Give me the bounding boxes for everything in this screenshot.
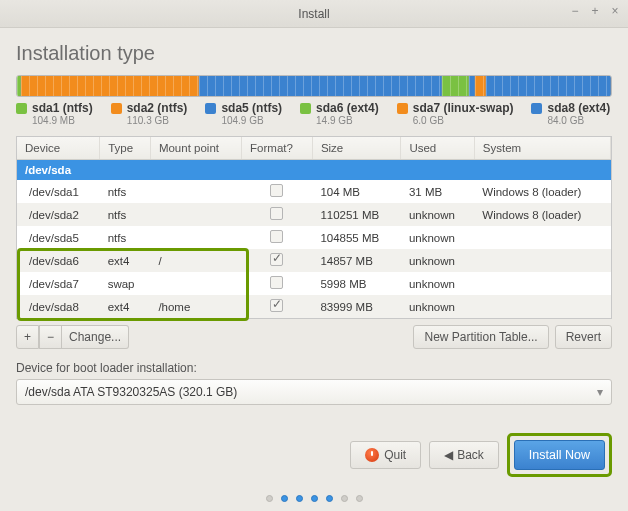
table-cell	[150, 272, 241, 295]
close-icon[interactable]: ×	[608, 4, 622, 18]
table-cell: unknown	[401, 203, 474, 226]
usage-segment	[475, 76, 486, 96]
format-checkbox[interactable]	[270, 184, 283, 197]
quit-button[interactable]: Quit	[350, 441, 421, 469]
step-dot	[341, 495, 348, 502]
table-cell	[474, 249, 610, 272]
partition-legend: sda1 (ntfs)104.9 MBsda2 (ntfs)110.3 GBsd…	[16, 101, 612, 126]
minimize-icon[interactable]: −	[568, 4, 582, 18]
table-cell: /dev/sda2	[17, 203, 100, 226]
format-checkbox[interactable]	[270, 276, 283, 289]
table-cell: 5998 MB	[312, 272, 401, 295]
table-cell	[150, 180, 241, 203]
window-controls: − + ×	[568, 4, 622, 18]
titlebar: Install − + ×	[0, 0, 628, 28]
boot-loader-value: /dev/sda ATA ST9320325AS (320.1 GB)	[25, 385, 237, 399]
table-cell: unknown	[401, 295, 474, 318]
table-cell: Windows 8 (loader)	[474, 180, 610, 203]
legend-item: sda2 (ntfs)110.3 GB	[111, 101, 188, 126]
table-cell: 14857 MB	[312, 249, 401, 272]
table-row[interactable]: /dev/sda2ntfs110251 MBunknownWindows 8 (…	[17, 203, 611, 226]
legend-size: 6.0 GB	[413, 115, 514, 126]
partition-table: Device Type Mount point Format? Size Use…	[16, 136, 612, 319]
table-cell: ntfs	[100, 180, 151, 203]
table-cell	[150, 203, 241, 226]
step-dot	[281, 495, 288, 502]
table-cell: ext4	[100, 249, 151, 272]
col-type[interactable]: Type	[100, 137, 151, 160]
back-button[interactable]: ◀ Back	[429, 441, 499, 469]
format-checkbox[interactable]	[270, 230, 283, 243]
legend-label: sda1 (ntfs)	[32, 101, 93, 115]
legend-label: sda5 (ntfs)	[221, 101, 282, 115]
table-cell: /dev/sda7	[17, 272, 100, 295]
table-cell: 83999 MB	[312, 295, 401, 318]
format-checkbox[interactable]	[270, 299, 283, 312]
install-now-button[interactable]: Install Now	[514, 440, 605, 470]
legend-swatch	[111, 103, 122, 114]
legend-size: 104.9 GB	[221, 115, 282, 126]
table-cell	[474, 295, 610, 318]
legend-swatch	[16, 103, 27, 114]
col-format[interactable]: Format?	[242, 137, 313, 160]
col-system[interactable]: System	[474, 137, 610, 160]
col-mount[interactable]: Mount point	[150, 137, 241, 160]
chevron-left-icon: ◀	[444, 448, 453, 462]
col-used[interactable]: Used	[401, 137, 474, 160]
table-row[interactable]: /dev/sda6ext4/14857 MBunknown	[17, 249, 611, 272]
legend-swatch	[531, 103, 542, 114]
boot-loader-label: Device for boot loader installation:	[16, 361, 612, 375]
table-cell: 31 MB	[401, 180, 474, 203]
table-row[interactable]: /dev/sda5ntfs104855 MBunknown	[17, 226, 611, 249]
table-row[interactable]: /dev/sda8ext4/home83999 MBunknown	[17, 295, 611, 318]
table-cell: /home	[150, 295, 241, 318]
table-cell: /dev/sda1	[17, 180, 100, 203]
table-cell: ntfs	[100, 203, 151, 226]
usage-segment	[442, 76, 469, 96]
table-cell: ext4	[100, 295, 151, 318]
legend-item: sda5 (ntfs)104.9 GB	[205, 101, 282, 126]
usage-segment	[199, 76, 443, 96]
format-checkbox[interactable]	[270, 207, 283, 220]
legend-swatch	[300, 103, 311, 114]
legend-item: sda8 (ext4)84.0 GB	[531, 101, 610, 126]
step-indicator	[16, 495, 612, 502]
table-cell: unknown	[401, 226, 474, 249]
add-partition-button[interactable]: +	[16, 325, 39, 349]
step-dot	[296, 495, 303, 502]
format-checkbox[interactable]	[270, 253, 283, 266]
step-dot	[266, 495, 273, 502]
table-row[interactable]: /dev/sda1ntfs104 MB31 MBWindows 8 (loade…	[17, 180, 611, 203]
legend-item: sda7 (linux-swap)6.0 GB	[397, 101, 514, 126]
col-size[interactable]: Size	[312, 137, 401, 160]
back-label: Back	[457, 448, 484, 462]
power-icon	[365, 448, 379, 462]
legend-item: sda6 (ext4)14.9 GB	[300, 101, 379, 126]
legend-size: 110.3 GB	[127, 115, 188, 126]
legend-label: sda6 (ext4)	[316, 101, 379, 115]
legend-size: 104.9 MB	[32, 115, 93, 126]
legend-size: 14.9 GB	[316, 115, 379, 126]
table-row[interactable]: /dev/sda7swap5998 MBunknown	[17, 272, 611, 295]
page-title: Installation type	[16, 42, 612, 65]
change-partition-button[interactable]: Change...	[62, 325, 129, 349]
maximize-icon[interactable]: +	[588, 4, 602, 18]
revert-button[interactable]: Revert	[555, 325, 612, 349]
usage-segment	[21, 76, 199, 96]
remove-partition-button[interactable]: −	[39, 325, 62, 349]
partition-usage-bar	[16, 75, 612, 97]
table-cell: ntfs	[100, 226, 151, 249]
table-cell: 104855 MB	[312, 226, 401, 249]
legend-item: sda1 (ntfs)104.9 MB	[16, 101, 93, 126]
table-cell: 104 MB	[312, 180, 401, 203]
col-device[interactable]: Device	[17, 137, 100, 160]
new-partition-table-button[interactable]: New Partition Table...	[413, 325, 548, 349]
table-cell	[474, 226, 610, 249]
partition-toolbar: + − Change... New Partition Table... Rev…	[16, 325, 612, 349]
boot-loader-select[interactable]: /dev/sda ATA ST9320325AS (320.1 GB) ▾	[16, 379, 612, 405]
content: Installation type sda1 (ntfs)104.9 MBsda…	[0, 28, 628, 508]
table-group-row[interactable]: /dev/sda	[17, 160, 611, 181]
install-highlight: Install Now	[507, 433, 612, 477]
legend-size: 84.0 GB	[547, 115, 610, 126]
step-dot	[326, 495, 333, 502]
